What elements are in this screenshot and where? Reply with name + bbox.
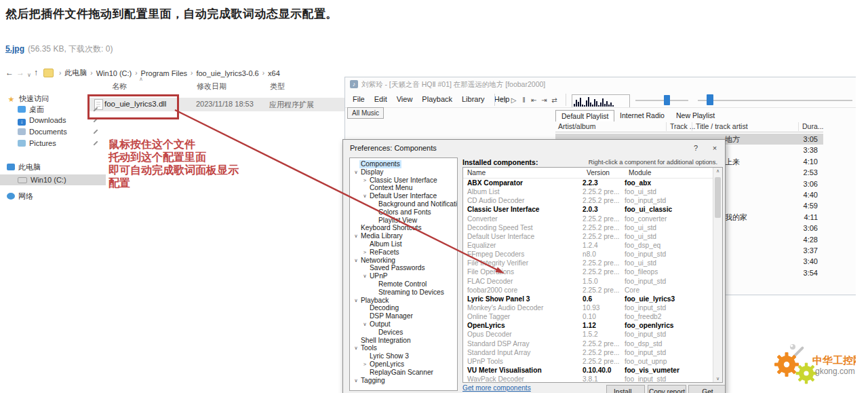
tree-item-devices[interactable]: Devices xyxy=(350,329,457,337)
playlist-column-header[interactable]: Title / track artist xyxy=(696,122,748,130)
component-row[interactable]: File Integrity Verifier2.25.2 pre...foo_… xyxy=(463,259,713,267)
volume-slider-handle[interactable] xyxy=(664,95,670,105)
collapsed-icon[interactable]: > xyxy=(361,176,368,185)
sidebar-item-Documents[interactable]: Documents xyxy=(0,126,106,137)
tree-item-classic-user-interface[interactable]: >Classic User Interface xyxy=(350,176,457,185)
volume-slider-track[interactable] xyxy=(635,100,688,101)
component-row[interactable]: Lyric Show Panel 30.6foo_uie_lyrics3 xyxy=(463,295,713,303)
scroll-down-icon[interactable]: ∨ xyxy=(713,376,722,381)
component-row[interactable]: Decoding Speed Test2.25.2 pre...foo_ui_s… xyxy=(463,223,713,232)
menu-playback[interactable]: Playback xyxy=(417,92,457,107)
component-row[interactable]: FLAC Decoder1.5.0foo_input_std xyxy=(463,277,713,286)
column-header-date[interactable]: 修改日期 xyxy=(197,81,226,92)
component-row[interactable]: ABX Comparator2.2.3foo_abx xyxy=(463,179,713,187)
component-row[interactable]: VU Meter Visualisation0.10.40.0foo_vis_v… xyxy=(463,366,713,375)
sidebar-item-Pictures[interactable]: Pictures xyxy=(0,138,106,149)
breadcrumb-item[interactable]: Program Files xyxy=(141,69,187,77)
tree-item-display[interactable]: ∨Display xyxy=(350,168,457,176)
tree-item-remote-control[interactable]: Remote Control xyxy=(350,280,457,288)
tree-item-tools[interactable]: ∨Tools xyxy=(350,344,457,352)
dropdown-caret-icon[interactable]: ∨ xyxy=(27,70,31,81)
next-button[interactable]: ⇥ xyxy=(539,94,549,107)
menu-file[interactable]: File xyxy=(348,92,370,107)
tree-item-refacets[interactable]: >ReFacets xyxy=(350,248,457,257)
tree-item-shell-integration[interactable]: Shell Integration xyxy=(350,337,457,345)
tree-item-lyric-show-3[interactable]: Lyric Show 3 xyxy=(350,352,457,360)
component-row[interactable]: foobar2000 core2.25.2 pre...Core xyxy=(463,286,713,295)
component-row[interactable]: Online Tagger0.10foo_freedb2 xyxy=(463,312,713,321)
column-separator[interactable] xyxy=(666,122,667,131)
breadcrumb-item[interactable]: Win10 (C:) xyxy=(96,69,132,77)
expanded-icon[interactable]: ∨ xyxy=(353,257,359,265)
component-row[interactable]: UPnP Tools2.25.2 pre...foo_out_upnp xyxy=(463,357,713,366)
sidebar-item-Win10 (C:)[interactable]: Win10 (C:) xyxy=(0,174,106,185)
tree-item-replaygain-scanner[interactable]: ReplayGain Scanner xyxy=(350,369,457,377)
pause-button[interactable]: ‖ xyxy=(519,94,529,107)
copy-report-button[interactable]: Copy report xyxy=(648,385,686,393)
tree-item-streaming-to-devices[interactable]: Streaming to Devices xyxy=(350,288,457,297)
component-row[interactable]: Opus Decoder1.5.2foo_input_std xyxy=(463,330,713,339)
tab-all-music[interactable]: All Music xyxy=(347,107,384,119)
random-button[interactable]: ⇄ xyxy=(549,94,559,107)
playlist-column-header[interactable]: Dura... xyxy=(802,122,824,130)
expanded-icon[interactable]: ∨ xyxy=(353,377,359,385)
breadcrumb-item[interactable]: 此电脑 xyxy=(64,68,87,78)
tree-item-saved-passwords[interactable]: Saved Passwords xyxy=(350,264,457,272)
component-row[interactable]: CD Audio Decoder2.25.2 pre...foo_input_s… xyxy=(463,196,713,205)
tree-item-upnp[interactable]: ∨UPnP xyxy=(350,272,457,280)
collapsed-icon[interactable]: > xyxy=(361,360,368,369)
menu-library[interactable]: Library xyxy=(457,92,490,107)
tree-item-album-list[interactable]: Album List xyxy=(350,240,457,248)
expanded-icon[interactable]: ∨ xyxy=(361,192,368,200)
install-button[interactable]: Install... xyxy=(606,385,645,393)
tree-item-playlist-view[interactable]: Playlist View xyxy=(350,217,457,225)
menu-edit[interactable]: Edit xyxy=(370,92,392,107)
tree-item-dsp-manager[interactable]: DSP Manager xyxy=(350,312,457,320)
tree-item-media-library[interactable]: ∨Media Library xyxy=(350,232,457,240)
component-row[interactable]: Monkey's Audio Decoder10.93foo_input_std xyxy=(463,303,713,312)
up-arrow-icon[interactable]: ↑ xyxy=(34,67,38,78)
sidebar-item-快速访问[interactable]: ★快速访问 xyxy=(0,93,95,104)
tree-item-components[interactable]: Components xyxy=(350,160,457,168)
play-button[interactable]: ▷ xyxy=(509,94,519,107)
get-updates-button[interactable]: Get updates xyxy=(688,385,726,393)
breadcrumb-item[interactable]: x64 xyxy=(268,69,280,77)
column-header-name[interactable]: 名称 xyxy=(112,81,127,92)
playlist-tab-default-playlist[interactable]: Default Playlist xyxy=(555,110,614,121)
scroll-up-icon[interactable]: ∧ xyxy=(713,168,722,174)
component-row[interactable]: FFmpeg Decodersn8.0foo_input_std xyxy=(463,250,713,259)
close-button[interactable]: × xyxy=(709,143,721,154)
expanded-icon[interactable]: ∨ xyxy=(353,344,359,352)
get-more-components-link[interactable]: Get more components xyxy=(462,384,531,392)
forward-arrow-icon[interactable]: → xyxy=(16,67,24,78)
component-row[interactable]: Converter2.25.2 pre...foo_converter xyxy=(463,214,713,223)
column-separator[interactable] xyxy=(798,122,799,131)
component-row[interactable]: OpenLyrics1.12foo_openlyrics xyxy=(463,321,713,330)
seek-bar-track[interactable] xyxy=(698,100,852,101)
component-row[interactable]: WavPack Decoder3.8.1foo_input_std xyxy=(463,375,713,382)
expanded-icon[interactable]: ∨ xyxy=(353,297,359,305)
tree-item-default-user-interface[interactable]: ∨Default User Interface xyxy=(350,192,457,200)
expanded-icon[interactable]: ∨ xyxy=(353,232,359,240)
scrollbar-thumb[interactable] xyxy=(715,177,721,218)
column-separator[interactable] xyxy=(692,122,692,131)
help-button[interactable]: ? xyxy=(690,143,702,154)
col-name[interactable]: Name xyxy=(467,168,587,178)
component-row[interactable]: Standard DSP Array2.25.2 pre...foo_dsp_s… xyxy=(463,339,713,348)
col-module[interactable]: Module xyxy=(629,168,722,178)
tree-item-keyboard-shortcuts[interactable]: Keyboard Shortcuts xyxy=(350,224,457,232)
table-scrollbar[interactable]: ∧ ∨ xyxy=(713,168,722,382)
tree-item-output[interactable]: ∨Output xyxy=(350,320,457,329)
playlist-tab-new-playlist[interactable]: New Playlist xyxy=(671,110,720,121)
playlist-column-header[interactable]: Artist/album xyxy=(558,122,595,130)
seek-bar-handle[interactable] xyxy=(707,94,713,105)
col-version[interactable]: Version xyxy=(587,168,629,178)
breadcrumb-item[interactable]: foo_uie_lyrics3-0.6 xyxy=(196,69,258,77)
tree-item-context-menu[interactable]: Context Menu xyxy=(350,184,457,192)
column-header-type[interactable]: 类型 xyxy=(270,81,285,92)
component-row[interactable]: Classic User Interface2.0.3foo_ui_classi… xyxy=(463,205,713,214)
previous-button[interactable]: ⇤ xyxy=(529,94,539,107)
component-row[interactable]: File Operations2.25.2 pre...foo_fileops xyxy=(463,267,713,276)
menu-view[interactable]: View xyxy=(392,92,418,107)
tree-item-tagging[interactable]: ∨Tagging xyxy=(350,377,457,385)
